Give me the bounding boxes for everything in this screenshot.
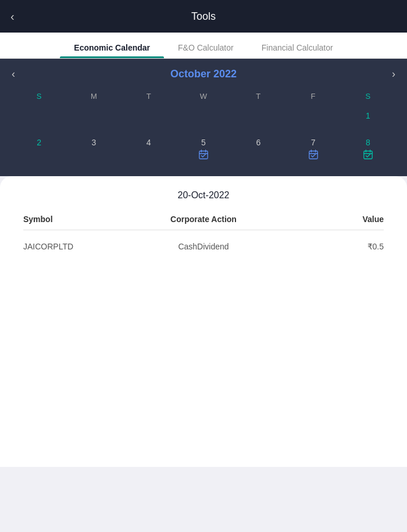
- cal-cell-3[interactable]: 3: [66, 134, 121, 163]
- tab-economic-calendar[interactable]: Economic Calendar: [60, 37, 164, 58]
- cal-cell-empty: [12, 108, 66, 133]
- day-name-sat: S: [341, 90, 395, 103]
- calendar-month-year: October 2022: [170, 68, 237, 80]
- col-header-value: Value: [263, 215, 384, 224]
- calendar-event-icon-5: [198, 149, 209, 160]
- row-value: ₹0.5: [263, 242, 384, 251]
- cal-date-2: 2: [37, 138, 41, 147]
- cal-cell-empty: [122, 108, 176, 133]
- col-header-symbol: Symbol: [23, 215, 144, 224]
- cal-cell-2[interactable]: 2: [12, 134, 66, 163]
- table-header: Symbol Corporate Action Value: [23, 215, 384, 230]
- tab-bar: Economic Calendar F&O Calculator Financi…: [0, 33, 407, 59]
- cal-cell-7[interactable]: 7: [285, 134, 340, 163]
- calendar-day-headers: S M T W T F S: [12, 90, 395, 103]
- cal-cell-1[interactable]: 1: [341, 108, 395, 133]
- day-name-wed: W: [176, 90, 231, 103]
- cal-cell-5[interactable]: 5: [176, 134, 231, 163]
- cal-date-1: 1: [366, 111, 370, 120]
- cal-cell-4[interactable]: 4: [122, 134, 176, 163]
- cal-date-7: 7: [311, 138, 316, 147]
- calendar-row-1: 1: [12, 108, 395, 133]
- tab-financial-calculator[interactable]: Financial Calculator: [248, 37, 347, 58]
- cal-date-4: 4: [147, 138, 151, 147]
- col-header-action: Corporate Action: [144, 215, 264, 224]
- calendar-grid: S M T W T F S 1 2 3: [12, 90, 395, 163]
- cal-date-3: 3: [92, 138, 97, 147]
- table-row: JAICORPLTD CashDividend ₹0.5: [23, 236, 384, 257]
- calendar-event-icon-8: [363, 149, 373, 160]
- cal-cell-empty: [231, 108, 285, 133]
- cal-cell-empty: [285, 108, 340, 133]
- day-name-thu: T: [231, 90, 285, 103]
- cal-cell-6[interactable]: 6: [231, 134, 285, 163]
- calendar-prev-button[interactable]: ‹: [12, 68, 15, 80]
- cal-date-8: 8: [366, 138, 370, 147]
- cal-date-6: 6: [256, 138, 260, 147]
- cal-cell-empty: [66, 108, 121, 133]
- calendar-next-button[interactable]: ›: [392, 68, 395, 80]
- header: ‹ Tools: [0, 0, 407, 33]
- calendar-nav: ‹ October 2022 ›: [12, 68, 395, 80]
- day-name-tue: T: [122, 90, 176, 103]
- cal-cell-8[interactable]: 8: [341, 134, 395, 163]
- day-name-fri: F: [285, 90, 340, 103]
- tab-fo-calculator[interactable]: F&O Calculator: [164, 37, 248, 58]
- day-name-mon: M: [66, 90, 121, 103]
- svg-rect-0: [199, 151, 208, 159]
- row-action: CashDividend: [144, 242, 264, 251]
- calendar-section: ‹ October 2022 › S M T W T F S 1: [0, 59, 407, 176]
- back-button[interactable]: ‹: [10, 10, 15, 23]
- cal-cell-empty: [176, 108, 231, 133]
- cal-date-5: 5: [201, 138, 206, 147]
- row-symbol: JAICORPLTD: [23, 242, 144, 251]
- calendar-row-2: 2 3 4 5 6 7: [12, 134, 395, 163]
- sheet-date: 20-Oct-2022: [23, 190, 384, 201]
- day-name-sun: S: [12, 90, 66, 103]
- page-title: Tools: [191, 10, 216, 23]
- svg-rect-1: [309, 151, 317, 159]
- svg-rect-2: [364, 151, 372, 159]
- bottom-sheet: 20-Oct-2022 Symbol Corporate Action Valu…: [0, 176, 407, 467]
- calendar-event-icon-7: [308, 149, 319, 160]
